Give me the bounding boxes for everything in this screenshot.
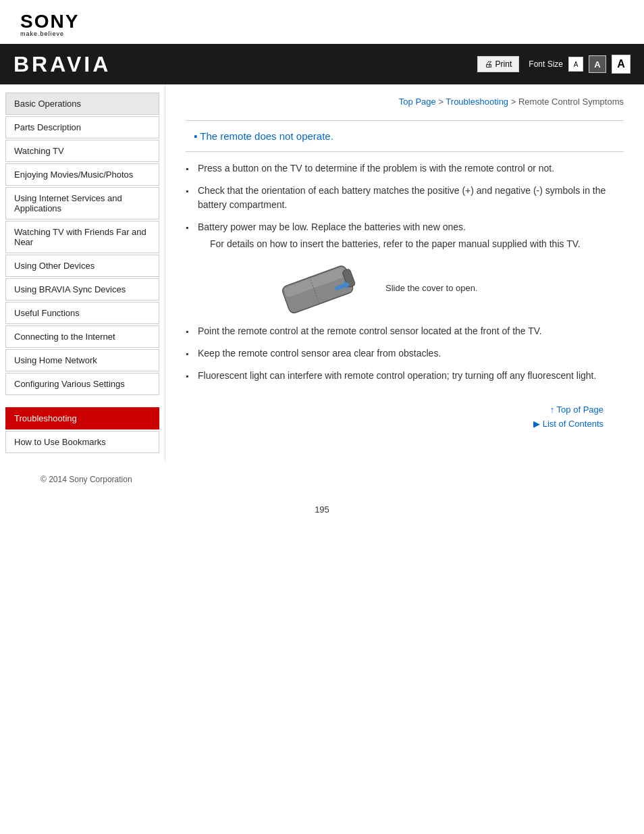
list-of-contents-link[interactable]: ▶ List of Contents [186,419,603,429]
list-item: Press a button on the TV to determine if… [186,161,624,176]
font-size-large-button[interactable]: A [612,55,630,74]
main-layout: Basic Operations Parts Description Watch… [0,84,644,461]
font-size-label: Font Size [529,59,563,69]
sidebar-item-enjoying-movies[interactable]: Enjoying Movies/Music/Photos [5,163,159,186]
print-icon: 🖨 [485,59,493,69]
sidebar-item-home-network[interactable]: Using Home Network [5,349,159,371]
breadcrumb-sep2: > [511,97,518,107]
print-label: Print [495,59,512,69]
sony-tagline: make.believe [20,31,624,37]
bravia-title: BRAVIA [14,52,111,77]
sony-brand: SONY [20,12,624,31]
sidebar-item-bravia-sync[interactable]: Using BRAVIA Sync Devices [5,278,159,301]
right-arrow-icon: ▶ [533,419,543,429]
remote-does-not-operate-link[interactable]: The remote does not operate. [194,130,624,142]
logo-area: SONY make.believe [0,0,644,44]
header-bar: BRAVIA 🖨 Print Font Size A A A [0,44,644,84]
divider-mid [186,151,624,152]
divider-top [186,120,624,121]
font-size-medium-button[interactable]: A [589,55,606,73]
header-controls: 🖨 Print Font Size A A A [477,55,630,74]
sidebar-section-basic-operations[interactable]: Basic Operations [5,93,159,115]
list-item: Point the remote control at the remote c… [186,324,624,338]
breadcrumb-troubleshooting[interactable]: Troubleshooting [446,97,508,107]
sidebar-item-other-devices[interactable]: Using Other Devices [5,255,159,277]
up-arrow-icon: ↑ [550,405,557,415]
page-number: 195 [0,491,644,521]
sidebar: Basic Operations Parts Description Watch… [0,84,165,461]
list-item: Fluorescent light can interfere with rem… [186,369,624,383]
breadcrumb-sep1: > [438,97,446,107]
sidebar-item-watching-friends[interactable]: Watching TV with Friends Far and Near [5,221,159,253]
list-item: Battery power may be low. Replace the ba… [186,220,624,251]
sony-logo: SONY make.believe [20,12,624,37]
sidebar-item-internet-services[interactable]: Using Internet Services and Applications [5,187,159,219]
print-button[interactable]: 🖨 Print [477,56,520,72]
copyright: © 2014 Sony Corporation [20,468,153,491]
list-item: Keep the remote control sensor area clea… [186,346,624,361]
sidebar-item-parts-description[interactable]: Parts Description [5,116,159,138]
breadcrumb-current: Remote Control Symptoms [518,97,624,107]
top-of-page-link[interactable]: ↑ Top of Page [186,405,603,415]
bullet-list: Press a button on the TV to determine if… [186,161,624,251]
sub-note-battery: For details on how to insert the batteri… [210,237,624,251]
sidebar-item-connecting-internet[interactable]: Connecting to the Internet [5,325,159,348]
list-item: Check that the orientation of each batte… [186,184,624,212]
font-size-small-button[interactable]: A [568,57,583,72]
sidebar-item-bookmarks[interactable]: How to Use Bookmarks [5,431,159,453]
footer-links: ↑ Top of Page ▶ List of Contents [186,391,624,440]
content-area: Top Page > Troubleshooting > Remote Cont… [165,84,644,461]
sidebar-item-troubleshooting[interactable]: Troubleshooting [5,407,159,429]
sidebar-item-useful-functions[interactable]: Useful Functions [5,302,159,324]
sidebar-item-configuring-settings[interactable]: Configuring Various Settings [5,373,159,395]
battery-svg [267,261,375,315]
battery-image-area: Slide the cover to open. [267,261,624,315]
battery-caption: Slide the cover to open. [385,283,478,293]
breadcrumb: Top Page > Troubleshooting > Remote Cont… [186,91,624,115]
breadcrumb-top-page[interactable]: Top Page [399,97,436,107]
sidebar-item-watching-tv[interactable]: Watching TV [5,140,159,162]
bullet-list-2: Point the remote control at the remote c… [186,324,624,383]
